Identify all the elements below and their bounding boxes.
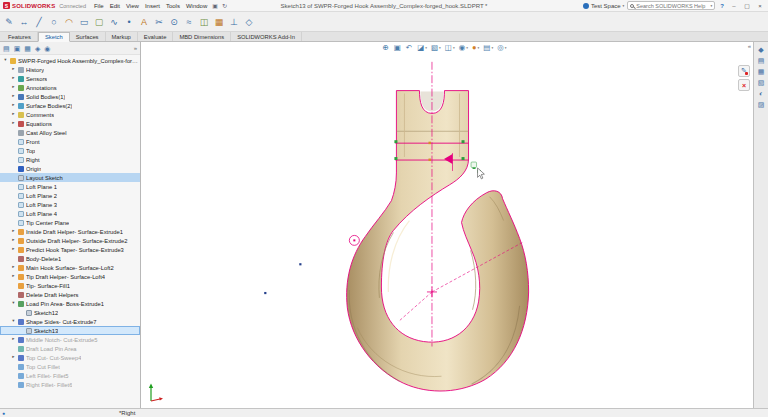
tree-item[interactable]: Loft Plane 4 xyxy=(0,209,140,218)
propertymanager-icon[interactable]: ▣ xyxy=(14,45,21,52)
view-settings-icon[interactable]: ◎ ▾ xyxy=(496,43,507,53)
tree-item[interactable]: Cast Alloy Steel xyxy=(0,128,140,137)
file-explorer-icon[interactable]: ▦ xyxy=(758,68,765,75)
tree-item[interactable]: Left Fillet- Fillet5 xyxy=(0,371,140,380)
hook-model[interactable] xyxy=(347,91,529,391)
edit-appearance-icon[interactable]: ● ▾ xyxy=(471,43,480,53)
tree-item[interactable]: ▸ Comments xyxy=(0,110,140,119)
tree-item[interactable]: Delete Draft Helpers xyxy=(0,290,140,299)
threedexperience-icon[interactable]: ◆ xyxy=(758,46,763,53)
expander-icon[interactable]: ▸ xyxy=(11,229,16,234)
expander-icon[interactable]: ▾ xyxy=(3,58,8,63)
tree-item[interactable]: ▸ Surface Bodies(2) xyxy=(0,101,140,110)
smart-dimension-icon[interactable]: ↔ xyxy=(17,14,31,30)
expander-icon[interactable]: ▸ xyxy=(11,355,16,360)
confirm-exit-sketch-button[interactable]: ✎ xyxy=(738,65,750,77)
expander-icon[interactable]: ▸ xyxy=(11,85,16,90)
expander-icon[interactable]: ▸ xyxy=(11,103,16,108)
expander-icon[interactable]: ▸ xyxy=(11,76,16,81)
spline-tool-icon[interactable]: ∿ xyxy=(107,14,121,30)
expander-icon[interactable]: ▸ xyxy=(11,112,16,117)
tree-item[interactable]: ▸ Annotations xyxy=(0,83,140,92)
ribbon-tab[interactable]: Evaluate xyxy=(138,32,174,41)
tree-item[interactable]: ▸ Outside Draft Helper- Surface-Extrude2 xyxy=(0,236,140,245)
ribbon-tab[interactable]: Surfaces xyxy=(70,32,106,41)
tree-item[interactable]: Layout Sketch xyxy=(0,173,140,182)
panel-flyout-icon[interactable]: » xyxy=(134,45,137,51)
configurationmanager-icon[interactable]: ▦ xyxy=(24,45,31,52)
close-button[interactable]: × xyxy=(755,0,765,11)
featuremanager-tree-icon[interactable]: ▤ xyxy=(3,45,10,52)
tree-item[interactable]: Sketch12 xyxy=(0,308,140,317)
graphics-area[interactable] xyxy=(141,42,753,408)
previous-view-icon[interactable]: ↶ xyxy=(405,43,414,53)
zoom-fit-icon[interactable]: ⊕ xyxy=(381,43,390,53)
quick-snaps-icon[interactable]: ◇ xyxy=(242,14,256,30)
workspace-selector[interactable]: Test Space ▾ xyxy=(583,3,624,9)
collapse-taskpane-icon[interactable]: « xyxy=(748,43,751,49)
tree-item[interactable]: Origin xyxy=(0,164,140,173)
menu-item[interactable]: Edit xyxy=(107,2,123,10)
display-relations-icon[interactable]: ⊥ xyxy=(227,14,241,30)
tree-item[interactable]: Top Cut Fillet xyxy=(0,362,140,371)
display-style-icon[interactable]: ◫ ▾ xyxy=(444,43,456,53)
ribbon-tab[interactable]: Sketch xyxy=(38,32,70,42)
tree-item[interactable]: ▸ Solid Bodies(1) xyxy=(0,92,140,101)
tree-item[interactable]: ▸ Tip Draft Helper- Surface-Loft4 xyxy=(0,272,140,281)
tree-item[interactable]: ▸ Inside Draft Helper- Surface-Extrude1 xyxy=(0,227,140,236)
menu-item[interactable]: Window xyxy=(183,2,210,10)
expander-icon[interactable]: ▸ xyxy=(11,265,16,270)
sketch-tool-icon[interactable]: ✎ xyxy=(2,14,16,30)
tree-item[interactable]: ▸ Top Cut- Cut-Sweep4 xyxy=(0,353,140,362)
linear-pattern-icon[interactable]: ▦ xyxy=(212,14,226,30)
arc-tool-icon[interactable]: ◠ xyxy=(62,14,76,30)
sketch-points[interactable] xyxy=(264,239,355,294)
expander-icon[interactable]: ▾ xyxy=(11,319,16,324)
expander-icon[interactable]: ▸ xyxy=(11,67,16,72)
tree-item[interactable]: ▸ Middle Notch- Cut-Extrude5 xyxy=(0,335,140,344)
tree-item[interactable]: Loft Plane 1 xyxy=(0,182,140,191)
ribbon-tab[interactable]: SOLIDWORKS Add-In xyxy=(231,32,302,41)
apply-scene-icon[interactable]: ▤ ▾ xyxy=(482,43,494,53)
tree-item[interactable]: Loft Plane 2 xyxy=(0,191,140,200)
offset-entities-icon[interactable]: ≈ xyxy=(182,14,196,30)
tree-item[interactable]: Tip- Surface-Fill1 xyxy=(0,281,140,290)
cancel-sketch-button[interactable]: × xyxy=(738,79,750,91)
tree-item[interactable]: Tip Center Plane xyxy=(0,218,140,227)
line-tool-icon[interactable]: ╱ xyxy=(32,14,46,30)
tree-item[interactable]: ▸ Predict Hook Taper- Surface-Extrude3 xyxy=(0,245,140,254)
tree-item[interactable]: ▸ History xyxy=(0,65,140,74)
text-tool-icon[interactable]: A xyxy=(137,14,151,30)
tree-item[interactable]: Loft Plane 3 xyxy=(0,200,140,209)
displaymanager-icon[interactable]: ◉ xyxy=(44,45,50,52)
expander-icon[interactable]: ▸ xyxy=(11,94,16,99)
convert-entities-icon[interactable]: ⊙ xyxy=(167,14,181,30)
rectangle-tool-icon[interactable]: ▭ xyxy=(77,14,91,30)
expander-icon[interactable]: ▸ xyxy=(11,274,16,279)
tree-item[interactable]: ▾ Shape Sides- Cut-Extrude7 xyxy=(0,317,140,326)
minimize-button[interactable]: – xyxy=(729,0,739,11)
zoom-area-icon[interactable]: ▣ xyxy=(393,43,403,53)
design-library-icon[interactable]: ▤ xyxy=(758,57,765,64)
expander-icon[interactable]: ▸ xyxy=(11,247,16,252)
menu-item[interactable]: View xyxy=(123,2,142,10)
menu-item[interactable]: File xyxy=(91,2,107,10)
expander-icon[interactable]: ▸ xyxy=(11,337,16,342)
maximize-button[interactable]: ▢ xyxy=(742,0,752,11)
trim-entities-icon[interactable]: ✂ xyxy=(152,14,166,30)
slot-tool-icon[interactable]: ▢ xyxy=(92,14,106,30)
search-input[interactable] xyxy=(636,3,708,9)
help-button[interactable]: ? xyxy=(718,3,726,9)
tree-item[interactable]: Front xyxy=(0,137,140,146)
ribbon-tab[interactable]: Features xyxy=(2,32,38,41)
expander-icon[interactable]: ▸ xyxy=(11,121,16,126)
menu-item[interactable]: Insert xyxy=(142,2,163,10)
appearances-scenes-icon[interactable]: ◐ xyxy=(759,90,763,97)
tree-item[interactable]: ▸ Sensors xyxy=(0,74,140,83)
expander-icon[interactable]: ▾ xyxy=(11,301,16,306)
tree-item[interactable]: ▸ Equations xyxy=(0,119,140,128)
section-view-icon[interactable]: ◪ ▾ xyxy=(416,43,428,53)
tree-item[interactable]: Right xyxy=(0,155,140,164)
search-scope-chevron-icon[interactable]: ▾ xyxy=(711,4,713,8)
dimxpertmanager-icon[interactable]: ◈ xyxy=(35,45,40,52)
